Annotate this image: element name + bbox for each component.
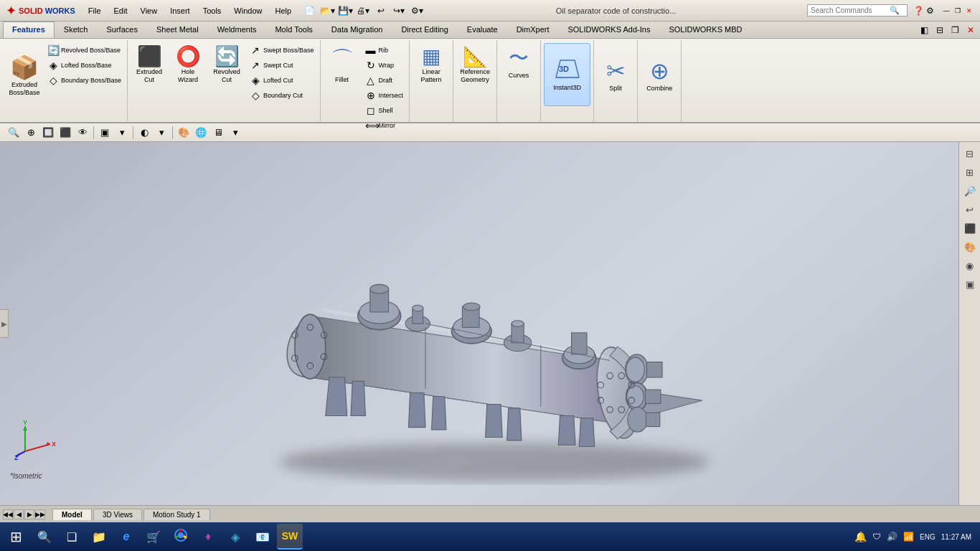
print-btn[interactable]: 🖨▾ (355, 3, 371, 19)
tab-mbd[interactable]: SOLIDWORKS MBD (659, 22, 751, 38)
combine-btn[interactable]: ⊕ Combine (641, 43, 678, 106)
scene-btn[interactable]: 🌐 (193, 125, 209, 141)
tab-sketch[interactable]: Sketch (55, 22, 98, 38)
instant3d-btn[interactable]: 3D Instant3D (544, 43, 590, 106)
tray-notification[interactable]: 🔔 (854, 531, 867, 542)
taskbar-store-btn[interactable]: 🛒 (141, 524, 166, 550)
taskbar-chrome-btn[interactable] (168, 524, 194, 550)
tray-volume[interactable]: 🔊 (887, 532, 897, 542)
restore-btn[interactable]: ❐ (953, 6, 963, 16)
tab-weldments[interactable]: Weldments (208, 22, 266, 38)
lofted-cut-btn[interactable]: ◈ Lofted Cut (247, 73, 317, 88)
tab-mold-tools[interactable]: Mold Tools (265, 22, 321, 38)
zoom-in-btn[interactable]: ⊕ (23, 125, 39, 141)
settings-icon[interactable]: ⚙ (926, 6, 934, 16)
taskbar-search-btn[interactable]: 🔍 (32, 524, 57, 550)
close-btn[interactable]: ✕ (964, 6, 974, 16)
tab-data-migration[interactable]: Data Migration (322, 22, 392, 38)
revolved-boss-base-btn[interactable]: 🔄 Revolved Boss/Base (44, 43, 124, 57)
new-btn[interactable]: 📄 (301, 3, 317, 19)
tab-nav-next[interactable]: ▶ (24, 509, 34, 519)
view-selector-btn[interactable]: ⊟ (961, 145, 979, 162)
appearance[interactable]: ▣ (961, 276, 979, 293)
taskbar-app8-btn[interactable]: ◈ (222, 524, 248, 550)
menu-file[interactable]: File (83, 5, 107, 17)
boundary-boss-base-btn[interactable]: ◇ Boundary Boss/Base (44, 73, 124, 88)
menu-insert[interactable]: Insert (164, 5, 196, 17)
open-btn[interactable]: 📂▾ (319, 3, 335, 19)
tab-sheet-metal[interactable]: Sheet Metal (147, 22, 208, 38)
tab-nav-prev[interactable]: ◀ (14, 509, 24, 519)
wrap-btn[interactable]: ↻ Wrap (362, 58, 407, 72)
menu-help[interactable]: Help (269, 5, 297, 17)
edit-appearance-btn[interactable]: 🎨 (176, 125, 192, 141)
tab-nav-first[interactable]: ◀◀ (3, 509, 13, 519)
taskbar-explorer-btn[interactable]: 📁 (86, 524, 112, 550)
boundary-cut-btn[interactable]: ◇ Boundary Cut (247, 88, 317, 103)
ribbon-restore-btn[interactable]: ❐ (948, 25, 962, 35)
curves-btn[interactable]: 〜 Curves (500, 43, 537, 81)
swept-boss-base-btn[interactable]: ↗ Swept Boss/Base (247, 43, 317, 57)
extruded-boss-base-btn[interactable]: 📦 ExtrudedBoss/Base (6, 43, 43, 108)
model-tab-model[interactable]: Model (52, 509, 92, 520)
view-down[interactable]: ▾ (227, 125, 243, 141)
tray-network[interactable]: 📶 (903, 532, 914, 542)
search-input[interactable] (811, 6, 890, 14)
question-icon[interactable]: ❓ (913, 6, 924, 16)
undo-btn[interactable]: ↩ (373, 3, 389, 19)
menu-edit[interactable]: Edit (108, 5, 133, 17)
taskbar-solidworks-btn[interactable]: SW (277, 524, 303, 550)
realview[interactable]: ◉ (961, 257, 979, 274)
ribbon-minimize-btn[interactable]: ⊟ (933, 25, 946, 35)
hide-show-down[interactable]: ▾ (154, 125, 169, 141)
swept-cut-btn[interactable]: ↗ Swept Cut (247, 58, 317, 72)
viewport[interactable]: X Y Z *Isometric (0, 142, 958, 505)
search-box[interactable]: 🔍 (807, 4, 908, 17)
menu-tools[interactable]: Tools (197, 5, 227, 17)
linear-pattern-btn[interactable]: ▦ LinearPattern (413, 43, 450, 85)
view-palette[interactable]: 🎨 (961, 238, 979, 255)
options-btn[interactable]: ⚙▾ (409, 3, 425, 19)
hide-show-btn[interactable]: ◐ (136, 125, 152, 141)
ribbon-collapse-btn[interactable]: ◧ (918, 25, 931, 35)
menu-window[interactable]: Window (228, 5, 268, 17)
tray-antivirus[interactable]: 🛡 (872, 532, 881, 542)
tab-features[interactable]: Features (3, 22, 55, 38)
tab-surfaces[interactable]: Surfaces (98, 22, 147, 38)
reference-geometry-btn[interactable]: 📐 ReferenceGeometry (456, 43, 494, 85)
tray-language[interactable]: ENG (920, 533, 936, 541)
display-style-down[interactable]: ▾ (114, 125, 130, 141)
intersect-btn[interactable]: ⊕ Intersect (362, 88, 407, 103)
tab-nav-last[interactable]: ▶▶ (35, 509, 45, 519)
tab-evaluate[interactable]: Evaluate (458, 22, 507, 38)
minimize-btn[interactable]: — (941, 6, 951, 16)
tab-dimxpert[interactable]: DimXpert (507, 22, 559, 38)
view-orient-btn[interactable]: 🔲 (40, 125, 56, 141)
taskbar-app7-btn[interactable]: ♦ (195, 524, 221, 550)
taskbar-edge-btn[interactable]: e (113, 524, 139, 550)
revolved-cut-btn[interactable]: 🔄 RevolvedCut (208, 43, 245, 85)
draft-btn[interactable]: △ Draft (362, 73, 407, 88)
section-view-side[interactable]: ⬛ (961, 220, 979, 237)
shell-btn[interactable]: ◻ Shell (362, 103, 407, 118)
zoom-to-fit-btn[interactable]: 🔍 (6, 125, 22, 141)
taskbar-email-btn[interactable]: 📧 (250, 524, 275, 550)
lofted-boss-base-btn[interactable]: ◈ Lofted Boss/Base (44, 58, 124, 72)
view-setting-btn[interactable]: 🖥 (210, 125, 226, 141)
tab-direct-editing[interactable]: Direct Editing (392, 22, 457, 38)
taskbar-taskview-btn[interactable]: ❑ (59, 524, 85, 550)
redo-btn[interactable]: ↪▾ (391, 3, 407, 19)
menu-view[interactable]: View (135, 5, 164, 17)
previous-view[interactable]: ↩ (961, 201, 979, 218)
model-tab-3d-views[interactable]: 3D Views (93, 509, 142, 520)
display-style-btn[interactable]: ▣ (97, 125, 113, 141)
windows-start-btn[interactable]: ⊞ (3, 524, 29, 550)
split-btn[interactable]: ✂ Split (597, 43, 634, 106)
zoom-to-fit-side[interactable]: ⊞ (961, 164, 979, 181)
zoom-to-area[interactable]: 🔎 (961, 182, 979, 199)
tab-addins[interactable]: SOLIDWORKS Add-Ins (558, 22, 659, 38)
model-tab-motion-study[interactable]: Motion Study 1 (143, 509, 210, 520)
extruded-cut-btn[interactable]: ⬛ ExtrudedCut (131, 43, 168, 85)
mirror-btn[interactable]: ⟺ Mirror (362, 118, 407, 133)
rib-btn[interactable]: ▬ Rib (362, 43, 407, 57)
